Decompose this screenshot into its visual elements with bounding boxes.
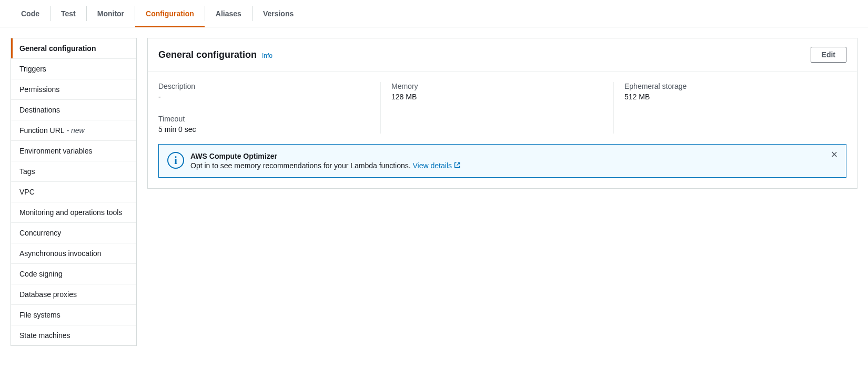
props-col-left: Description - Timeout 5 min 0 sec [158, 82, 381, 134]
sidebar-item-label: Function URL [19, 126, 65, 135]
panel-title-group: General configuration Info [158, 49, 272, 60]
prop-value: - [158, 93, 370, 101]
notice-body: AWS Compute Optimizer Opt in to see memo… [190, 152, 837, 170]
compute-optimizer-notice: i AWS Compute Optimizer Opt in to see me… [158, 144, 846, 178]
content-area: General configuration Triggers Permissio… [0, 27, 868, 356]
panel-header: General configuration Info Edit [148, 38, 857, 71]
info-icon: i [167, 152, 184, 169]
sidebar-item-general-configuration[interactable]: General configuration [11, 38, 136, 59]
info-link[interactable]: Info [262, 52, 272, 59]
sidebar-item-vpc[interactable]: VPC [11, 182, 136, 202]
props-grid: Description - Timeout 5 min 0 sec Memory… [148, 71, 857, 144]
link-label: View details [413, 161, 452, 170]
sidebar-item-monitoring-tools[interactable]: Monitoring and operations tools [11, 202, 136, 223]
prop-value: 5 min 0 sec [158, 125, 370, 134]
tab-aliases[interactable]: Aliases [205, 6, 253, 21]
tab-configuration[interactable]: Configuration [135, 6, 205, 21]
sidebar-item-environment-variables[interactable]: Environment variables [11, 141, 136, 161]
sidebar-item-permissions[interactable]: Permissions [11, 79, 136, 100]
props-col-mid: Memory 128 MB [381, 82, 614, 134]
sidebar-item-state-machines[interactable]: State machines [11, 325, 136, 345]
notice-message: Opt in to see memory recommendations for… [190, 161, 413, 170]
tab-code[interactable]: Code [11, 6, 51, 21]
tab-versions[interactable]: Versions [253, 6, 304, 21]
main-tab-bar: Code Test Monitor Configuration Aliases … [0, 0, 868, 27]
tab-test[interactable]: Test [51, 6, 87, 21]
prop-label: Memory [391, 82, 603, 90]
prop-description: Description - [158, 82, 370, 101]
close-icon: × [831, 148, 838, 161]
prop-label: Ephemeral storage [624, 82, 836, 90]
sidebar-item-triggers[interactable]: Triggers [11, 59, 136, 79]
panel-title: General configuration [158, 49, 257, 60]
sidebar-item-destinations[interactable]: Destinations [11, 100, 136, 120]
sidebar-item-async-invocation[interactable]: Asynchronous invocation [11, 243, 136, 264]
notice-title: AWS Compute Optimizer [190, 152, 837, 160]
config-sidebar: General configuration Triggers Permissio… [11, 38, 137, 346]
prop-memory: Memory 128 MB [391, 82, 603, 101]
edit-button[interactable]: Edit [811, 47, 846, 63]
prop-label: Timeout [158, 115, 370, 123]
external-link-icon [454, 161, 460, 170]
general-config-panel: General configuration Info Edit Descript… [147, 38, 857, 189]
sidebar-item-function-url[interactable]: Function URL - new [11, 120, 136, 141]
sidebar-item-code-signing[interactable]: Code signing [11, 264, 136, 284]
sidebar-item-database-proxies[interactable]: Database proxies [11, 284, 136, 305]
sidebar-item-file-systems[interactable]: File systems [11, 305, 136, 325]
prop-value: 128 MB [391, 93, 603, 101]
props-col-right: Ephemeral storage 512 MB [614, 82, 846, 134]
prop-ephemeral-storage: Ephemeral storage 512 MB [624, 82, 836, 101]
notice-text: Opt in to see memory recommendations for… [190, 161, 837, 170]
close-notice-button[interactable]: × [828, 149, 841, 161]
sidebar-item-tags[interactable]: Tags [11, 161, 136, 182]
prop-value: 512 MB [624, 93, 836, 101]
prop-label: Description [158, 82, 370, 90]
view-details-link[interactable]: View details [413, 161, 460, 170]
sidebar-item-concurrency[interactable]: Concurrency [11, 223, 136, 243]
prop-timeout: Timeout 5 min 0 sec [158, 115, 370, 134]
new-badge: - new [65, 126, 85, 135]
tab-monitor[interactable]: Monitor [87, 6, 135, 21]
